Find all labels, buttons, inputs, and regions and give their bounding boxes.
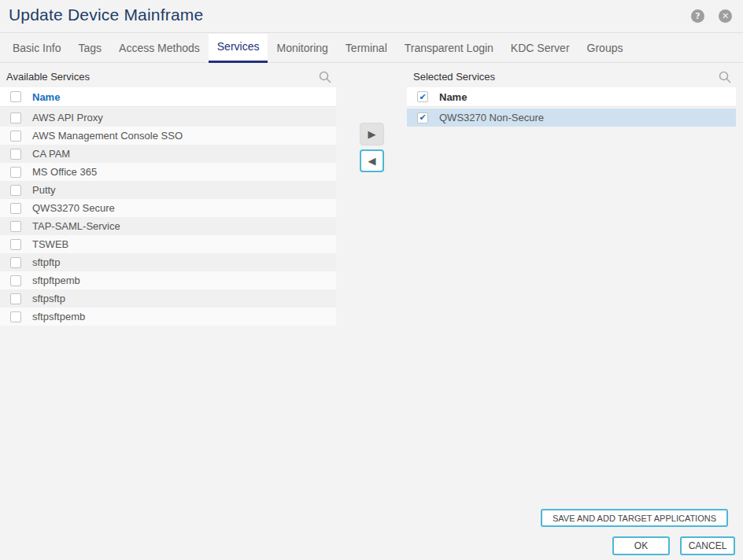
dialog-header: Update Device Mainframe ? ✕	[0, 0, 743, 33]
available-service-row[interactable]: ✔Putty	[0, 181, 336, 199]
tab-services[interactable]: Services	[209, 34, 268, 63]
selected-table-header: ✔ Name	[407, 87, 736, 107]
row-checkbox[interactable]: ✔	[10, 131, 21, 142]
move-right-button[interactable]: ▶	[360, 123, 384, 146]
tab-bar: Basic InfoTagsAccess MethodsServicesMoni…	[0, 34, 743, 63]
help-icon-glyph: ?	[695, 12, 700, 20]
ok-button[interactable]: OK	[612, 536, 670, 555]
selected-services-list: ✔QWS3270 Non-Secure	[407, 109, 736, 127]
selected-services-panel: Selected Services ✔ Name ✔QWS3270 Non-Se…	[407, 66, 736, 127]
close-icon-glyph: ✕	[722, 12, 729, 20]
select-all-checkbox[interactable]: ✔	[417, 91, 428, 102]
available-service-row[interactable]: ✔AWS Management Console SSO	[0, 127, 336, 145]
page-title: Update Device Mainframe	[9, 6, 203, 24]
help-icon[interactable]: ?	[691, 9, 704, 23]
tab-access-methods[interactable]: Access Methods	[110, 34, 209, 63]
row-label: AWS Management Console SSO	[32, 130, 183, 142]
search-icon[interactable]	[719, 71, 731, 83]
row-label: sftpsftpemb	[32, 311, 85, 322]
check-icon: ✔	[419, 93, 426, 101]
row-checkbox[interactable]: ✔	[10, 275, 21, 286]
close-icon[interactable]: ✕	[719, 9, 732, 23]
row-checkbox[interactable]: ✔	[417, 112, 428, 123]
selected-services-head: Selected Services	[407, 66, 736, 87]
available-service-row[interactable]: ✔TSWEB	[0, 235, 336, 253]
row-checkbox[interactable]: ✔	[10, 185, 21, 196]
row-label: TAP-SAML-Service	[32, 220, 120, 232]
row-checkbox[interactable]: ✔	[10, 149, 21, 160]
arrow-right-icon: ▶	[368, 129, 376, 139]
tab-transparent-login[interactable]: Transparent Login	[396, 34, 502, 63]
available-service-row[interactable]: ✔CA PAM	[0, 145, 336, 163]
tab-monitoring[interactable]: Monitoring	[268, 34, 336, 63]
selected-service-row[interactable]: ✔QWS3270 Non-Secure	[407, 109, 736, 127]
row-label: MS Office 365	[32, 166, 97, 178]
row-checkbox[interactable]: ✔	[10, 167, 21, 178]
available-service-row[interactable]: ✔TAP-SAML-Service	[0, 217, 336, 235]
row-label: Putty	[32, 184, 56, 196]
row-checkbox[interactable]: ✔	[10, 311, 21, 322]
row-checkbox[interactable]: ✔	[10, 293, 21, 304]
arrow-left-icon: ◀	[368, 156, 376, 166]
column-header-name: Name	[439, 91, 467, 103]
available-table-header: ✔ Name	[0, 87, 336, 107]
available-services-panel: Available Services ✔ Name ✔AWS API Proxy…	[0, 66, 336, 326]
row-label: CA PAM	[32, 148, 70, 160]
row-checkbox[interactable]: ✔	[10, 112, 21, 123]
available-service-row[interactable]: ✔QWS3270 Secure	[0, 199, 336, 217]
row-label: sftpsftp	[32, 293, 65, 304]
select-all-checkbox[interactable]: ✔	[10, 91, 21, 102]
row-label: TSWEB	[32, 238, 68, 250]
selected-services-title: Selected Services	[413, 71, 495, 83]
column-header-name: Name	[32, 91, 60, 103]
save-and-add-target-applications-button[interactable]: SAVE AND ADD TARGET APPLICATIONS	[541, 509, 728, 527]
row-checkbox[interactable]: ✔	[10, 257, 21, 268]
search-icon[interactable]	[319, 71, 331, 83]
available-services-title: Available Services	[6, 71, 90, 83]
available-service-row[interactable]: ✔sftpsftpemb	[0, 308, 336, 326]
row-label: QWS3270 Non-Secure	[439, 112, 544, 123]
tab-kdc-server[interactable]: KDC Server	[502, 34, 579, 63]
tab-basic-info[interactable]: Basic Info	[4, 34, 69, 63]
row-checkbox[interactable]: ✔	[10, 203, 21, 214]
available-service-row[interactable]: ✔sftpftpemb	[0, 271, 336, 289]
available-service-row[interactable]: ✔sftpftp	[0, 253, 336, 271]
move-left-button[interactable]: ◀	[360, 149, 384, 172]
available-services-list: ✔AWS API Proxy✔AWS Management Console SS…	[0, 109, 336, 326]
available-service-row[interactable]: ✔AWS API Proxy	[0, 109, 336, 127]
row-label: AWS API Proxy	[32, 112, 103, 123]
tab-terminal[interactable]: Terminal	[337, 34, 396, 63]
row-label: QWS3270 Secure	[32, 202, 115, 214]
row-label: sftpftpemb	[32, 274, 80, 286]
tab-groups[interactable]: Groups	[579, 34, 632, 63]
available-service-row[interactable]: ✔MS Office 365	[0, 163, 336, 181]
row-checkbox[interactable]: ✔	[10, 221, 21, 232]
check-icon: ✔	[419, 113, 426, 122]
available-services-head: Available Services	[0, 66, 336, 87]
cancel-button[interactable]: CANCEL	[680, 536, 735, 555]
available-service-row[interactable]: ✔sftpsftp	[0, 289, 336, 308]
row-label: sftpftp	[32, 256, 60, 268]
tab-tags[interactable]: Tags	[69, 34, 110, 63]
row-checkbox[interactable]: ✔	[10, 239, 21, 250]
